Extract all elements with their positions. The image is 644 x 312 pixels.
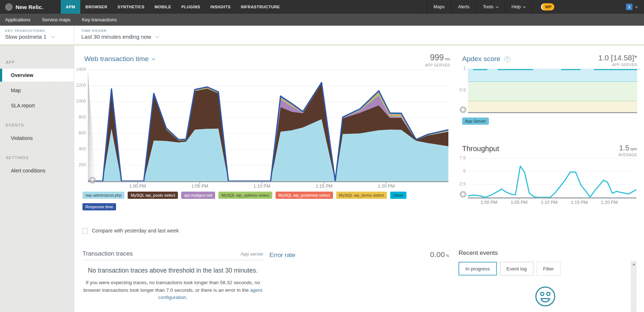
- nav-item-help[interactable]: Help: [505, 0, 532, 14]
- axis-tick-label: 5: [456, 168, 466, 174]
- apdex-legend-badge-0[interactable]: App Server: [462, 117, 489, 125]
- tab-infrastructure[interactable]: INFRASTRUCTURE: [236, 0, 285, 14]
- scroll-up-icon[interactable]: [631, 261, 636, 267]
- key-transactions-label: KEY TRANSACTIONS: [5, 29, 69, 33]
- time-picker-value: Last 30 minutes ending now: [81, 34, 151, 40]
- tab-insights[interactable]: INSIGHTS: [205, 0, 236, 14]
- new-relic-logo-icon: [5, 3, 13, 11]
- time-picker-label: TIME PICKER: [81, 29, 159, 33]
- legend-badge-series-1[interactable]: MySQL wp_posts select: [128, 192, 178, 199]
- top-nav-right: Maps Alerts Tools Help WP 1: [427, 0, 644, 14]
- recent-events-title: Recent events: [459, 249, 637, 257]
- legend-badge-series-2[interactable]: api.mailgun.net: [181, 192, 215, 199]
- axis-tick-label: 1:15 PM: [571, 200, 588, 205]
- in-progress-button[interactable]: In progress: [459, 262, 497, 275]
- help-caret-icon: [523, 5, 526, 8]
- event-log-button[interactable]: Event log: [500, 262, 533, 275]
- axis-tick-label: 1:20 PM: [601, 200, 618, 205]
- sidebar-section-settings: SETTINGS: [0, 153, 74, 162]
- web-transaction-time-title-text: Web transaction time: [84, 55, 149, 63]
- chevron-down-icon: [51, 35, 55, 38]
- chart-watermark-icon: [460, 191, 466, 198]
- key-transactions-picker[interactable]: KEY TRANSACTIONS Slow postmeta 1: [0, 26, 74, 44]
- tab-plugins[interactable]: PLUGINS: [176, 0, 205, 14]
- question-icon[interactable]: ?: [504, 56, 510, 62]
- nav-item-alerts[interactable]: Alerts: [451, 0, 476, 14]
- tab-mobile[interactable]: MOBILE: [150, 0, 176, 14]
- legend-badge-series-3[interactable]: MySQL wp_options select: [218, 192, 272, 199]
- apdex-legend: App Server: [462, 117, 489, 125]
- legend-badge-series-4[interactable]: MySQL wp_postmeta select: [276, 192, 333, 199]
- app-server-scope-label: APP SERVER: [598, 63, 637, 67]
- legend-badge-series-0[interactable]: /wp-admin/post.php: [82, 192, 124, 199]
- axis-tick-label: 0.9: [456, 87, 466, 93]
- tools-label: Tools: [483, 4, 493, 9]
- notification-badge[interactable]: 1: [626, 4, 632, 10]
- tab-apm[interactable]: APM: [61, 0, 80, 14]
- sidebar-item-overview[interactable]: Overview: [0, 69, 74, 82]
- subnav-applications[interactable]: Applications: [5, 17, 30, 22]
- maps-label: Maps: [434, 4, 445, 9]
- sidebar: APP Overview Map SLA report EVENTS Viola…: [0, 46, 74, 312]
- throughput-title-text: Throughput: [462, 145, 499, 153]
- axis-tick-label: 600: [72, 131, 86, 136]
- throughput-value: 1.5rpm AVERAGE: [618, 144, 637, 157]
- traces-detail-prefix: If you were expecting traces, no transac…: [84, 280, 260, 293]
- compare-row: Compare with yesterday and last week: [82, 228, 179, 234]
- wp-app-badge[interactable]: WP: [541, 3, 554, 10]
- axis-tick-label: 1:20 PM: [378, 184, 395, 189]
- traces-empty-message: No transaction traces above threshold in…: [82, 264, 263, 278]
- sidebar-item-sla-report[interactable]: SLA report: [0, 99, 74, 112]
- legend-badge-series-5[interactable]: MySQL wp_terms select: [336, 192, 387, 199]
- web-transaction-time-title[interactable]: Web transaction time: [84, 55, 155, 63]
- compare-checkbox[interactable]: [82, 228, 88, 234]
- chevron-down-icon: [156, 35, 159, 38]
- notification-menu[interactable]: 1: [624, 0, 644, 14]
- throughput-chart[interactable]: [468, 155, 636, 199]
- account-app-switcher[interactable]: WP: [532, 0, 563, 14]
- tab-browser[interactable]: BROWSER: [80, 0, 112, 14]
- nav-item-tools[interactable]: Tools: [476, 0, 504, 14]
- top-navigation: New Relic. APM BROWSER SYNTHETICS MOBILE…: [0, 0, 644, 14]
- axis-tick-label: 2.5: [456, 181, 466, 187]
- sidebar-section-app: APP: [0, 58, 74, 67]
- axis-tick-label: 1:10 PM: [541, 200, 558, 205]
- transaction-traces-title: Transaction traces: [82, 250, 133, 257]
- error-rate-section: Error rate 0.00%: [269, 250, 449, 259]
- axis-tick-label: 1200: [72, 83, 86, 88]
- nav-item-maps[interactable]: Maps: [427, 0, 451, 14]
- apdex-chart[interactable]: [468, 69, 637, 113]
- new-relic-apm-overview: { "topnav": { "brand": "New Relic.", "ta…: [0, 0, 644, 312]
- sidebar-section-events: EVENTS: [0, 121, 74, 129]
- axis-tick-label: 1:05 PM: [191, 184, 208, 189]
- axis-tick-label: 1:00 PM: [481, 200, 498, 205]
- tools-caret-icon: [495, 5, 498, 8]
- chart-watermark-icon: [89, 177, 96, 184]
- apdex-title-text: Apdex score: [462, 55, 500, 63]
- axis-tick-label: 1: [456, 66, 466, 71]
- recent-events-scrollbar[interactable]: [631, 261, 636, 312]
- subnav-key-transactions[interactable]: Key transactions: [82, 17, 117, 22]
- sidebar-item-alert-conditions[interactable]: Alert conditions: [0, 164, 74, 177]
- apdex-value: 1.0 [14.58]* APP SERVER: [598, 54, 637, 67]
- legend-badge-series-6[interactable]: Other: [390, 192, 406, 199]
- filter-button[interactable]: Filter: [537, 262, 560, 275]
- brand-text: New Relic.: [16, 4, 43, 10]
- subnav-service-maps[interactable]: Service maps: [42, 17, 71, 22]
- recent-events-section: Recent events In progress Event log Filt…: [459, 249, 637, 275]
- axis-tick-label: 7.5: [456, 155, 466, 161]
- error-rate-title: Error rate: [269, 252, 295, 259]
- apdex-score-title: Apdex score ?: [462, 55, 510, 63]
- transaction-traces-section: Transaction traces App server No transac…: [82, 250, 263, 302]
- error-rate-value: 0.00%: [430, 250, 449, 259]
- legend-badge-response-time[interactable]: Response time: [82, 203, 116, 210]
- time-picker[interactable]: TIME PICKER Last 30 minutes ending now: [74, 26, 164, 44]
- sidebar-item-violations[interactable]: Violations: [0, 132, 74, 145]
- new-relic-logo[interactable]: New Relic.: [0, 0, 61, 14]
- web-transaction-time-chart[interactable]: [88, 68, 448, 184]
- product-tabs: APM BROWSER SYNTHETICS MOBILE PLUGINS IN…: [61, 0, 285, 14]
- sidebar-item-map[interactable]: Map: [0, 84, 74, 97]
- tab-synthetics[interactable]: SYNTHETICS: [112, 0, 150, 14]
- main-chart-legend-response: Response time: [82, 203, 116, 210]
- help-label: Help: [512, 4, 521, 9]
